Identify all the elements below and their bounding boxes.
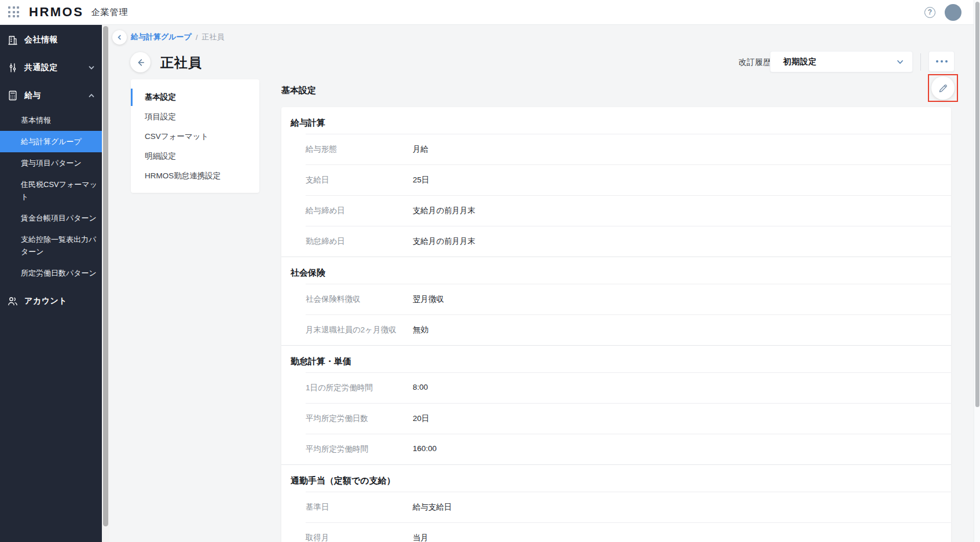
breadcrumb: 給与計算グループ / 正社員 <box>131 32 225 42</box>
setting-value: 25日 <box>413 175 430 185</box>
revision-select-value: 初期設定 <box>783 57 817 67</box>
chevron-up-icon <box>88 92 95 99</box>
sidebar-item-company-info[interactable]: 会社情報 <box>0 26 102 54</box>
setting-label: 取得月 <box>306 533 413 542</box>
sidebar-item-label: 給与 <box>24 90 41 101</box>
sidebar-item-account[interactable]: アカウント <box>0 287 102 315</box>
setting-value: 支給月の前月月末 <box>413 236 475 247</box>
calculator-icon <box>7 90 19 101</box>
sidebar-item-label: アカウント <box>24 296 67 306</box>
sidebar-item-payroll[interactable]: 給与 <box>0 82 102 109</box>
back-button[interactable] <box>130 52 151 72</box>
setting-label: 基準日 <box>306 502 413 512</box>
divider <box>920 53 921 71</box>
hrmos-logo: HRMOS <box>29 5 83 20</box>
setting-label: 給与締め日 <box>306 206 413 216</box>
subnav-item-csv-format[interactable]: CSVフォーマット <box>131 127 259 147</box>
setting-row: 取得月 当月 <box>306 522 951 542</box>
sidebar-subitem-bonus-pattern[interactable]: 賞与項目パターン <box>0 152 102 174</box>
ellipsis-icon <box>936 60 938 63</box>
setting-value: 月給 <box>413 144 428 155</box>
setting-row: 平均所定労働時間 160:00 <box>306 434 951 464</box>
main-content: 給与計算グループ / 正社員 正社員 改訂履歴 初期設定 基本設定 項目設定 C… <box>109 25 974 542</box>
edit-pencil-button[interactable] <box>931 76 955 100</box>
chevron-down-icon <box>88 64 95 71</box>
setting-label: 勤怠締め日 <box>306 236 413 247</box>
breadcrumb-current: 正社員 <box>202 32 225 42</box>
setting-value: 支給月の前月月末 <box>413 206 475 216</box>
setting-value: 当月 <box>413 533 428 542</box>
section-title: 通勤手当（定額での支給） <box>281 465 951 492</box>
setting-label: 平均所定労働日数 <box>306 413 413 424</box>
app-switcher-icon[interactable] <box>8 6 20 18</box>
top-bar: HRMOS 企業管理 ? <box>0 0 980 25</box>
sidebar-subitem-resident-tax-csv[interactable]: 住民税CSVフォーマット <box>0 174 102 207</box>
page-scrollbar[interactable] <box>974 0 980 542</box>
panel-title: 基本設定 <box>281 85 316 96</box>
building-icon <box>7 34 19 46</box>
section-attendance-unit-price: 勤怠計算・単価 1日の所定労働時間 8:00 平均所定労働日数 20日 平均所定… <box>281 345 951 464</box>
breadcrumb-separator: / <box>196 33 198 42</box>
sidebar-subitem-basic-info[interactable]: 基本情報 <box>0 109 102 131</box>
setting-label: 支給日 <box>306 175 413 185</box>
setting-label: 平均所定労働時間 <box>306 444 413 455</box>
more-options-button[interactable] <box>928 51 955 72</box>
sidebar-subitem-payroll-calc-group[interactable]: 給与計算グループ <box>0 131 102 152</box>
revision-history-label: 改訂履歴 <box>739 57 771 68</box>
page-title: 正社員 <box>160 54 202 72</box>
setting-value: 8:00 <box>413 383 428 391</box>
setting-row: 基準日 給与支給日 <box>306 492 951 522</box>
section-commuting-allowance: 通勤手当（定額での支給） 基準日 給与支給日 取得月 当月 <box>281 464 951 542</box>
section-title: 社会保険 <box>281 257 951 284</box>
sliders-icon <box>7 62 19 74</box>
sidebar-item-label: 共通設定 <box>24 63 58 73</box>
sidebar-item-label: 会社情報 <box>24 35 58 45</box>
page-scrollbar-thumb[interactable] <box>975 2 979 407</box>
settings-card: 給与計算 給与形態 月給 支給日 25日 給与締め日 支給月の前月月末 勤怠締め… <box>281 107 951 542</box>
sidebar-scrollbar[interactable] <box>102 25 109 542</box>
setting-value: 給与支給日 <box>413 502 452 512</box>
setting-row: 社会保険料徴収 翌月徴収 <box>306 284 951 314</box>
sidebar-subitem-working-days-pattern[interactable]: 所定労働日数パターン <box>0 262 102 284</box>
setting-row: 給与形態 月給 <box>306 134 951 164</box>
subnav-item-item-settings[interactable]: 項目設定 <box>131 107 259 127</box>
sidebar-subitem-payment-deduction-pattern[interactable]: 支給控除一覧表出力パターン <box>0 229 102 262</box>
avatar[interactable] <box>945 4 961 21</box>
revision-select[interactable]: 初期設定 <box>770 51 913 72</box>
setting-label: 1日の所定労働時間 <box>306 383 413 393</box>
setting-row: 1日の所定労働時間 8:00 <box>306 372 951 403</box>
sidebar-subitem-wage-ledger-pattern[interactable]: 賃金台帳項目パターン <box>0 207 102 229</box>
section-title: 勤怠計算・単価 <box>281 346 951 372</box>
setting-value: 20日 <box>413 413 430 424</box>
pencil-icon <box>938 83 949 94</box>
section-payroll-calculation: 給与計算 給与形態 月給 支給日 25日 給与締め日 支給月の前月月末 勤怠締め… <box>281 107 951 257</box>
subnav-item-hrmos-attendance-link[interactable]: HRMOS勤怠連携設定 <box>131 166 259 186</box>
setting-label: 社会保険料徴収 <box>306 294 413 305</box>
app-name: 企業管理 <box>91 7 128 18</box>
section-social-insurance: 社会保険 社会保険料徴収 翌月徴収 月末退職社員の2ヶ月徴収 無効 <box>281 257 951 345</box>
sidebar-item-common-settings[interactable]: 共通設定 <box>0 54 102 82</box>
setting-label: 給与形態 <box>306 144 413 155</box>
setting-value: 160:00 <box>413 444 436 453</box>
setting-row: 支給日 25日 <box>306 164 951 195</box>
settings-subnav: 基本設定 項目設定 CSVフォーマット 明細設定 HRMOS勤怠連携設定 <box>131 79 259 193</box>
sidebar-scrollbar-thumb[interactable] <box>103 26 108 526</box>
collapse-panel-button[interactable] <box>112 30 127 45</box>
subnav-item-statement-settings[interactable]: 明細設定 <box>131 147 259 166</box>
users-icon <box>7 295 19 307</box>
section-title: 給与計算 <box>281 107 951 134</box>
setting-row: 勤怠締め日 支給月の前月月末 <box>306 226 951 257</box>
setting-row: 平均所定労働日数 20日 <box>306 403 951 434</box>
help-icon[interactable]: ? <box>924 7 935 18</box>
subnav-item-basic-settings[interactable]: 基本設定 <box>131 87 259 107</box>
setting-label: 月末退職社員の2ヶ月徴収 <box>306 325 413 335</box>
setting-value: 無効 <box>413 325 428 335</box>
chevron-down-icon <box>896 58 904 66</box>
setting-row: 月末退職社員の2ヶ月徴収 無効 <box>306 314 951 345</box>
setting-value: 翌月徴収 <box>413 294 444 305</box>
setting-row: 給与締め日 支給月の前月月末 <box>306 195 951 226</box>
breadcrumb-parent-link[interactable]: 給与計算グループ <box>131 32 192 42</box>
sidebar: 会社情報 共通設定 給与 基本情報 給与計算グループ 賞与項目パターン 住民税C… <box>0 25 102 542</box>
